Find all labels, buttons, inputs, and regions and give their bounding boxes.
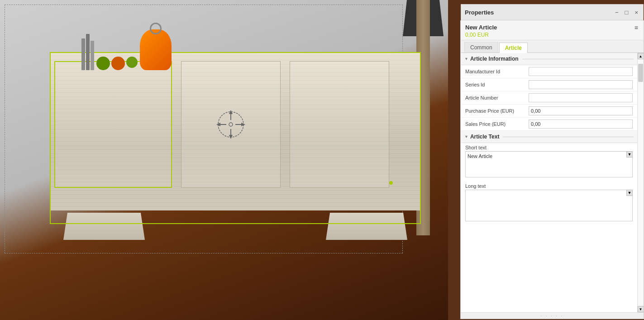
- pitcher-decoration: [140, 29, 172, 70]
- article-number-input[interactable]: [529, 93, 633, 102]
- collapse-triangle-icon: ▼: [464, 57, 468, 61]
- scroll-up-button[interactable]: ▲: [638, 53, 644, 59]
- book-2: [86, 34, 90, 70]
- fruit-2: [111, 57, 125, 70]
- article-number-row: Article Number: [461, 91, 637, 105]
- purchase-price-row: Purchase Price (EUR): [461, 105, 637, 118]
- article-text-section-header: ▼ Article Text: [461, 131, 637, 143]
- series-id-row: Series Id: [461, 78, 637, 91]
- manufacturer-id-row: Manufacturer Id: [461, 65, 637, 78]
- selection-green-box: [50, 52, 421, 224]
- top-items: [81, 29, 172, 70]
- tab-article[interactable]: Article: [499, 43, 528, 53]
- close-button[interactable]: ×: [633, 9, 639, 16]
- book-3: [91, 41, 94, 70]
- long-text-label: Long text: [461, 181, 637, 190]
- article-number-label: Article Number: [465, 95, 529, 100]
- article-price: 0,00 EUR: [465, 32, 497, 38]
- section-title-article-info: Article Information: [470, 56, 519, 62]
- bottom-dots: · · · · ·: [541, 314, 563, 318]
- sales-price-label: Sales Price (EUR): [465, 121, 529, 127]
- scroll-track[interactable]: [638, 59, 644, 306]
- manufacturer-id-input[interactable]: [529, 67, 633, 76]
- manufacturer-id-label: Manufacturer Id: [465, 69, 529, 74]
- green-dot-indicator: [389, 181, 393, 185]
- panel-titlebar: Properties − □ ×: [461, 4, 644, 20]
- collapse-triangle-text-icon: ▼: [464, 134, 468, 139]
- panel-controls: − □ ×: [614, 9, 639, 16]
- purchase-price-label: Purchase Price (EUR): [465, 108, 529, 114]
- article-name: New Article: [465, 24, 497, 31]
- short-text-scroll-btn[interactable]: ▼: [626, 151, 633, 158]
- fruit-3: [126, 57, 138, 68]
- short-text-label: Short text: [461, 143, 637, 151]
- restore-button[interactable]: □: [624, 9, 630, 16]
- panel-content: ▼ Article Information Manufacturer Id Se…: [461, 53, 644, 312]
- article-header: New Article 0,00 EUR ≡: [461, 20, 644, 40]
- article-information-section-header: ▼ Article Information: [461, 53, 637, 65]
- section-divider-2: [503, 137, 634, 137]
- tab-common[interactable]: Common: [464, 42, 498, 53]
- book-1: [81, 38, 85, 70]
- panel-title: Properties: [465, 9, 494, 16]
- scroll-down-button[interactable]: ▼: [638, 306, 644, 312]
- books-decoration: [81, 34, 94, 70]
- series-id-label: Series Id: [465, 82, 529, 87]
- scroll-thumb[interactable]: [638, 64, 643, 82]
- section-divider: [522, 59, 634, 59]
- long-text-textarea[interactable]: [465, 190, 633, 221]
- series-id-input[interactable]: [529, 80, 633, 89]
- sales-price-input[interactable]: [529, 119, 633, 129]
- menu-button[interactable]: ≡: [634, 24, 639, 31]
- section-title-article-text: Article Text: [470, 134, 499, 140]
- minimize-button[interactable]: −: [614, 9, 620, 16]
- long-text-scroll-btn[interactable]: ▼: [626, 190, 633, 196]
- short-text-textarea[interactable]: New Article: [465, 151, 633, 177]
- long-text-wrapper: ▼: [465, 190, 633, 223]
- sideboard-area: [14, 27, 421, 281]
- short-text-wrapper: New Article ▼: [465, 151, 633, 179]
- sales-price-row: Sales Price (EUR): [461, 118, 637, 131]
- panel-scrollbar[interactable]: ▲ ▼: [637, 53, 644, 312]
- properties-panel: Properties − □ × New Article 0,00 EUR ≡ …: [460, 20, 644, 319]
- purchase-price-input[interactable]: [529, 106, 633, 115]
- panel-bottom-bar: · · · · ·: [461, 312, 644, 319]
- fruits-decoration: [96, 57, 138, 70]
- fruit-1: [96, 57, 110, 70]
- tabs-bar: Common Article: [461, 40, 644, 53]
- 3d-scene: [0, 0, 448, 320]
